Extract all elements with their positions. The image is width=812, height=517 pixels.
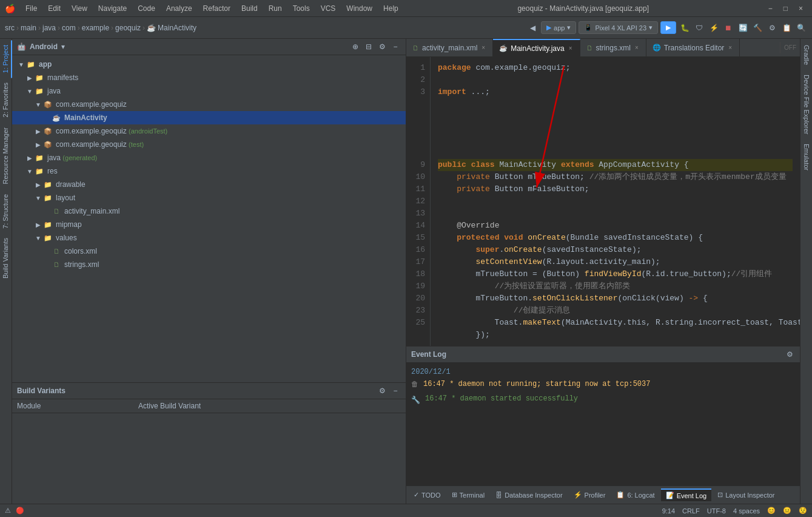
breadcrumb-example[interactable]: example <box>82 24 109 32</box>
profile-button[interactable]: ⚡ <box>708 22 720 34</box>
tab-translations-editor[interactable]: 🌐 Translations Editor × <box>646 39 740 57</box>
tree-item-mainactivity[interactable]: ▶ ☕ MainActivity <box>12 111 406 124</box>
build-button[interactable]: 🔨 <box>751 22 763 34</box>
search-everywhere-button[interactable]: 🔍 <box>795 22 807 34</box>
tree-item-strings-xml[interactable]: ▶ 🗋 strings.xml <box>12 258 406 271</box>
bottom-tab-profiler[interactable]: ⚡ Profiler <box>569 489 611 501</box>
profiler-label: Profiler <box>585 492 606 499</box>
minimize-button[interactable]: − <box>764 2 777 15</box>
tab-strings-xml[interactable]: 🗋 strings.xml × <box>580 39 646 57</box>
bv-collapse-icon[interactable]: − <box>390 385 401 396</box>
status-encoding[interactable]: UTF-8 <box>707 507 726 515</box>
bottom-tab-todo[interactable]: ✓ TODO <box>409 489 446 501</box>
breadcrumb-com[interactable]: com <box>62 24 76 32</box>
device-selector[interactable]: 📱 Pixel 4 XL API 23 ▾ <box>579 21 658 34</box>
menu-run[interactable]: Run <box>264 2 286 15</box>
menu-file[interactable]: File <box>21 2 41 15</box>
close-button[interactable]: × <box>794 2 807 15</box>
status-bar: ⚠ 🔴 9:14 CRLF UTF-8 4 spaces 😊 😐 😟 <box>0 504 812 517</box>
status-warnings-icon[interactable]: ⚠ <box>5 507 11 515</box>
menu-help[interactable]: Help <box>379 2 403 15</box>
tab-icon-activity-main: 🗋 <box>412 44 419 52</box>
eventlog-label: Event Log <box>677 492 707 499</box>
sidebar-filter-icon[interactable]: ⊟ <box>363 41 374 52</box>
tree-item-app[interactable]: ▼ 📁 app <box>12 58 406 71</box>
tab-close-activity-main[interactable]: × <box>480 44 486 52</box>
menu-vcs[interactable]: VCS <box>317 2 340 15</box>
menu-tools[interactable]: Tools <box>289 2 314 15</box>
tree-item-layout[interactable]: ▼ 📁 layout <box>12 191 406 204</box>
maximize-button[interactable]: □ <box>779 2 792 15</box>
tree-label-test: com.example.geoquiz (test) <box>56 140 144 149</box>
sidebar-settings-icon[interactable]: ⚙ <box>377 41 388 52</box>
debug-button[interactable]: 🐛 <box>679 22 691 34</box>
sidebar-collapse-icon[interactable]: − <box>390 41 401 52</box>
status-position[interactable]: 9:14 <box>662 507 675 515</box>
panel-tab-project[interactable]: 1: Project <box>0 40 12 78</box>
tree-item-java[interactable]: ▼ 📁 java <box>12 84 406 98</box>
android-dropdown-arrow[interactable]: ▾ <box>61 42 65 51</box>
panel-tab-structure[interactable]: 7: Structure <box>0 189 12 234</box>
tree-item-package-test[interactable]: ▶ 📦 com.example.geoquiz (test) <box>12 138 406 151</box>
menu-edit[interactable]: Edit <box>44 2 65 15</box>
breadcrumb-geoquiz[interactable]: geoquiz <box>115 24 141 32</box>
menu-build[interactable]: Build <box>237 2 262 15</box>
bottom-tab-logcat[interactable]: 📋 6: Logcat <box>611 489 659 501</box>
breadcrumb-java[interactable]: java <box>42 24 56 32</box>
tree-item-package-main[interactable]: ▼ 📦 com.example.geoquiz <box>12 98 406 111</box>
status-line-ending[interactable]: CRLF <box>682 507 700 515</box>
event-log-settings-icon[interactable]: ⚙ <box>784 349 795 360</box>
breadcrumb-main[interactable]: main <box>21 24 36 32</box>
bottom-tab-db[interactable]: 🗄 Database Inspector <box>491 490 567 501</box>
tree-item-activity-main-xml[interactable]: ▶ 🗋 activity_main.xml <box>12 204 406 218</box>
tree-item-java-gen[interactable]: ▶ 📁 java (generated) <box>12 151 406 164</box>
tab-main-activity-java[interactable]: ☕ MainActivity.java × <box>493 39 580 57</box>
bottom-tab-terminal[interactable]: ⊞ Terminal <box>447 489 490 501</box>
settings-button[interactable]: ⚙ <box>766 22 778 34</box>
app-selector[interactable]: ▶ app ▾ <box>541 21 576 34</box>
panel-tab-emulator[interactable]: Emulator <box>801 139 812 175</box>
panel-tab-device-explorer[interactable]: Device File Explorer <box>801 70 812 139</box>
apple-menu[interactable]: 🍎 <box>5 4 15 13</box>
breadcrumb-src[interactable]: src <box>5 24 15 32</box>
coverage-button[interactable]: 🛡 <box>693 22 705 34</box>
sync-button[interactable]: 🔄 <box>737 22 749 34</box>
menu-window[interactable]: Window <box>342 2 377 15</box>
tab-close-strings[interactable]: × <box>634 44 640 52</box>
status-indent[interactable]: 4 spaces <box>733 507 760 515</box>
panel-tab-build-variants-left[interactable]: Build Variants <box>0 233 12 283</box>
breadcrumb-mainactivity[interactable]: MainActivity <box>158 24 196 32</box>
tree-item-colors-xml[interactable]: ▶ 🗋 colors.xml <box>12 245 406 258</box>
right-panel-tabs: Gradle Device File Explorer Emulator <box>800 39 812 504</box>
tree-item-manifests[interactable]: ▶ 📁 manifests <box>12 71 406 84</box>
tree-item-res[interactable]: ▼ 📁 res <box>12 164 406 178</box>
bottom-tab-layout-inspector[interactable]: ⊡ Layout Inspector <box>713 489 779 501</box>
bottom-tab-eventlog[interactable]: 📝 Event Log <box>661 488 712 501</box>
menu-view[interactable]: View <box>67 2 92 15</box>
code-line-12 <box>438 195 793 208</box>
panel-tab-gradle[interactable]: Gradle <box>801 40 812 70</box>
menu-refactor[interactable]: Refactor <box>199 2 235 15</box>
code-editor[interactable]: 1 2 3 9 10 11 12 13 14 15 16 17 <box>406 57 800 346</box>
vcs-button[interactable]: 📋 <box>780 22 793 34</box>
code-content[interactable]: package com.example.geoquiz; import ...;… <box>431 57 800 346</box>
tab-close-translations[interactable]: × <box>727 44 733 52</box>
tree-item-package-androidtest[interactable]: ▶ 📦 com.example.geoquiz (androidTest) <box>12 124 406 138</box>
tab-close-mainactivity[interactable]: × <box>568 44 574 52</box>
run-button[interactable]: ▶ <box>660 21 676 34</box>
sidebar-add-icon[interactable]: ⊕ <box>350 41 361 52</box>
panel-tab-favorites[interactable]: 2: Favorites <box>0 78 12 122</box>
menu-code[interactable]: Code <box>133 2 159 15</box>
menu-analyze[interactable]: Analyze <box>162 2 196 15</box>
stop-button[interactable]: ⏹ <box>722 22 734 34</box>
event-log-title: Event Log <box>411 350 446 359</box>
status-errors-icon[interactable]: 🔴 <box>16 507 24 515</box>
tree-item-mipmap[interactable]: ▶ 📁 mipmap <box>12 218 406 231</box>
menu-navigate[interactable]: Navigate <box>94 2 131 15</box>
tree-item-drawable[interactable]: ▶ 📁 drawable <box>12 178 406 191</box>
panel-tab-resource-manager[interactable]: Resource Manager <box>0 123 12 189</box>
back-nav-icon[interactable]: ◀ <box>526 22 539 34</box>
tree-item-values[interactable]: ▼ 📁 values <box>12 231 406 245</box>
tab-activity-main-xml[interactable]: 🗋 activity_main.xml × <box>406 39 493 57</box>
bv-settings-icon[interactable]: ⚙ <box>377 385 388 396</box>
